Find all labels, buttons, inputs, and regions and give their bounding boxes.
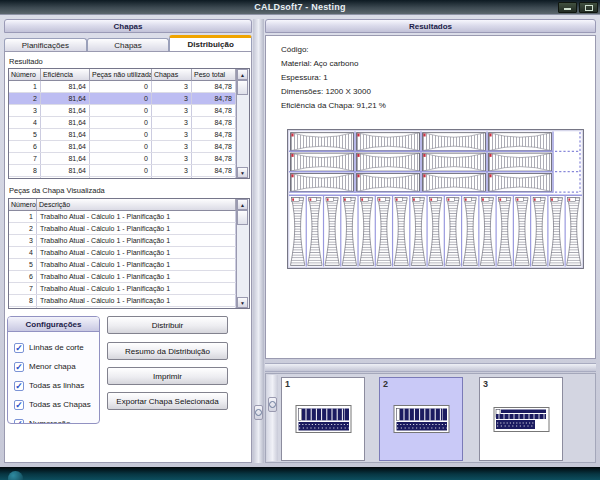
table-row[interactable]: 681,640384,78 — [9, 141, 249, 153]
info-line: Dimensões: 1200 X 3000 — [281, 85, 386, 99]
table-row[interactable]: 8Trabalho Atual - Cálculo 1 - Planificaç… — [9, 295, 249, 307]
table-row[interactable]: 381,640384,78 — [9, 105, 249, 117]
thumbnail-3[interactable]: 3 — [479, 377, 563, 461]
checkbox-label: Numeração — [29, 419, 70, 424]
table-cell: 6 — [9, 271, 37, 282]
scroll-up-icon[interactable]: ▲ — [237, 69, 248, 80]
table-row[interactable]: 1Trabalho Atual - Cálculo 1 - Planificaç… — [9, 211, 249, 223]
checkbox[interactable]: ✓ — [14, 400, 24, 410]
caldsoft-window: CALDsoft7 - Nesting Chapas Planificações… — [0, 0, 600, 480]
config-option-menor-chapa: ✓Menor chapa — [14, 357, 99, 376]
table-row[interactable]: 6Trabalho Atual - Cálculo 1 - Planificaç… — [9, 271, 249, 283]
scroll-thumb[interactable] — [237, 80, 248, 95]
scroll-up-icon[interactable]: ▲ — [237, 199, 248, 210]
action-button-distribuir[interactable]: Distribuir — [107, 316, 228, 334]
table-body: 181,640384,78281,640384,78381,640384,784… — [9, 81, 249, 179]
table-cell: Trabalho Atual - Cálculo 1 - Planificaçã… — [37, 307, 236, 309]
scroll-down-icon[interactable]: ▼ — [237, 297, 248, 308]
column-header-peso-total[interactable]: Peso total — [192, 69, 236, 81]
table-cell: 0 — [90, 129, 152, 140]
title-bar[interactable]: CALDsoft7 - Nesting — [0, 0, 600, 14]
left-panel-header: Chapas — [4, 19, 252, 33]
info-line: Espessura: 1 — [281, 71, 386, 85]
table-cell: 0 — [90, 81, 152, 92]
info-line: Eficiência da Chapa: 91,21 % — [281, 99, 386, 113]
column-header-numero[interactable]: Número — [9, 199, 37, 211]
start-orb-icon[interactable] — [8, 471, 23, 480]
column-header-numero[interactable]: Número — [9, 69, 41, 81]
table-row[interactable]: 981,640384,78 — [9, 177, 249, 179]
table-cell: 5 — [9, 129, 41, 140]
table-cell: Trabalho Atual - Cálculo 1 - Planificaçã… — [37, 283, 236, 294]
scroll-thumb[interactable] — [237, 210, 248, 225]
column-header-chapas[interactable]: Chapas — [152, 69, 192, 81]
table-row[interactable]: 2Trabalho Atual - Cálculo 1 - Planificaç… — [9, 223, 249, 235]
info-line: Código: — [281, 43, 386, 57]
column-header-eficiencia[interactable]: Eficiência — [41, 69, 90, 81]
table-cell: Trabalho Atual - Cálculo 1 - Planificaçã… — [37, 259, 236, 270]
table-body: 1Trabalho Atual - Cálculo 1 - Planificaç… — [9, 211, 249, 309]
table-row[interactable]: 581,640384,78 — [9, 129, 249, 141]
table-cell: 0 — [90, 153, 152, 164]
scroll-down-icon[interactable]: ▼ — [237, 167, 248, 178]
strip-grip-bar[interactable] — [267, 375, 278, 461]
table-cell: 2 — [9, 93, 41, 104]
thumbnail-1[interactable]: 1 — [281, 377, 365, 461]
column-header-pecas-nao-utilizadas[interactable]: Peças não utilizadas — [90, 69, 152, 81]
horizontal-splitter[interactable] — [265, 363, 596, 372]
table-row[interactable]: 481,640384,78 — [9, 117, 249, 129]
table-row[interactable]: 881,640384,78 — [9, 165, 249, 177]
column-header-descricao[interactable]: Descrição — [37, 199, 236, 211]
vertical-scrollbar[interactable]: ▲▼ — [236, 69, 249, 178]
table-cell: 84,78 — [192, 129, 236, 140]
thumbnail-number: 3 — [483, 379, 488, 389]
config-option-todas-as-chapas: ✓Todas as Chapas — [14, 395, 99, 414]
tab-chapas[interactable]: Chapas — [87, 38, 170, 51]
checkbox[interactable]: ✓ — [14, 362, 24, 372]
table-row[interactable]: 3Trabalho Atual - Cálculo 1 - Planificaç… — [9, 235, 249, 247]
table-cell: 3 — [152, 141, 192, 152]
action-button-exportar-chapa-selecionada[interactable]: Exportar Chapa Selecionada — [107, 392, 228, 410]
table-row[interactable]: 4Trabalho Atual - Cálculo 1 - Planificaç… — [9, 247, 249, 259]
pecas-table[interactable]: NúmeroDescrição1Trabalho Atual - Cálculo… — [8, 198, 250, 309]
table-cell: 84,78 — [192, 93, 236, 104]
table-row[interactable]: 9Trabalho Atual - Cálculo 1 - Planificaç… — [9, 307, 249, 309]
config-option-numeracao: ✓Numeração — [14, 414, 99, 424]
config-option-linhas-de-corte: ✓Linhas de corte — [14, 338, 99, 357]
table-row[interactable]: 5Trabalho Atual - Cálculo 1 - Planificaç… — [9, 259, 249, 271]
thumbnail-2[interactable]: 2 — [379, 377, 463, 461]
tab-distribuicao[interactable]: Distribuição — [169, 35, 252, 51]
window-controls — [558, 2, 598, 13]
table-row[interactable]: 281,640384,78 — [9, 93, 249, 105]
table-cell: 3 — [152, 129, 192, 140]
table-row[interactable]: 781,640384,78 — [9, 153, 249, 165]
table-cell: 4 — [9, 247, 37, 258]
splitter-grip-icon[interactable] — [254, 405, 263, 420]
tab-planificacoes[interactable]: Planificações — [4, 38, 87, 51]
table-cell: 84,78 — [192, 141, 236, 152]
table-cell: 3 — [152, 117, 192, 128]
table-cell: 3 — [152, 81, 192, 92]
checkbox[interactable]: ✓ — [14, 381, 24, 391]
table-cell: 8 — [9, 295, 37, 306]
table-cell: 84,78 — [192, 177, 236, 179]
thumbnail-strip: 123 — [265, 373, 596, 463]
checkbox[interactable]: ✓ — [14, 343, 24, 353]
configuracoes-options: ✓Linhas de corte✓Menor chapa✓Todas as li… — [8, 332, 99, 424]
checkbox[interactable]: ✓ — [14, 419, 24, 425]
vertical-scrollbar[interactable]: ▲▼ — [236, 199, 249, 308]
action-button-imprimir[interactable]: Imprimir — [107, 367, 228, 385]
table-cell: 0 — [90, 177, 152, 179]
action-button-resumo-da-distribuicao[interactable]: Resumo da Distribuição — [107, 342, 228, 360]
table-cell: 81,64 — [41, 165, 90, 176]
right-panel-header: Resultados — [265, 19, 596, 33]
resultado-table[interactable]: NúmeroEficiênciaPeças não utilizadasChap… — [8, 68, 250, 179]
table-row[interactable]: 7Trabalho Atual - Cálculo 1 - Planificaç… — [9, 283, 249, 295]
table-row[interactable]: 181,640384,78 — [9, 81, 249, 93]
configuracoes-groupbox: Configurações ✓Linhas de corte✓Menor cha… — [7, 316, 100, 424]
vertical-splitter[interactable] — [253, 19, 264, 463]
maximize-icon[interactable] — [579, 2, 598, 13]
left-panel-content: Resultado NúmeroEficiênciaPeças não util… — [4, 51, 252, 463]
strip-grip-icon[interactable] — [268, 397, 277, 412]
minimize-icon[interactable] — [558, 2, 577, 13]
